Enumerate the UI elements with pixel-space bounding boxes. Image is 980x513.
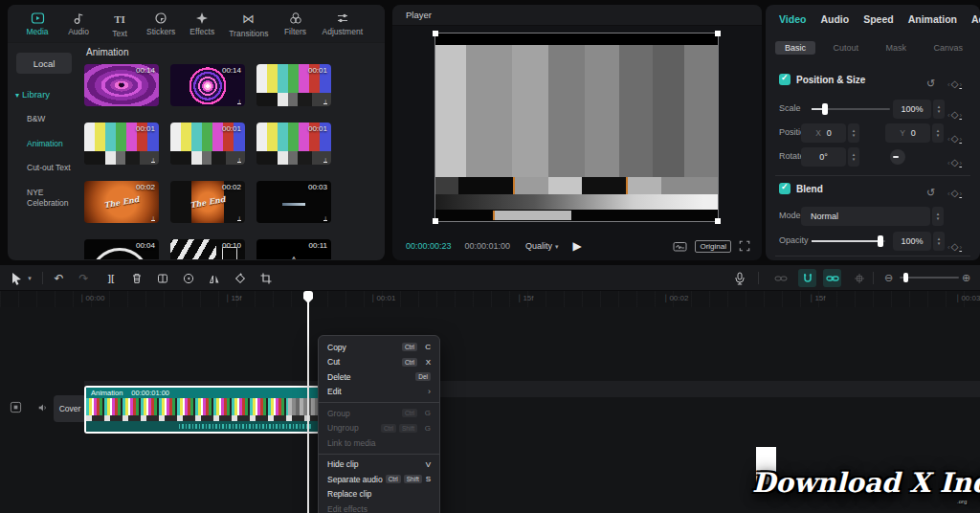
sidebar-local-button[interactable]: Local <box>16 53 72 74</box>
quality-dropdown[interactable]: Quality <box>525 241 559 251</box>
media-thumbnail[interactable]: 00:01 <box>84 123 159 165</box>
menu-item-link-to-media[interactable]: Link to media <box>319 435 439 451</box>
magnet-snap-icon[interactable] <box>798 269 816 287</box>
selection-handle[interactable] <box>433 218 438 224</box>
keyframe-diamond-icon[interactable] <box>947 104 962 122</box>
sidebar-item-animation[interactable]: Animation <box>27 139 75 149</box>
tab-adjustment[interactable]: Adjustment <box>323 11 364 36</box>
menu-item-replace-clip[interactable]: Replace clip <box>319 487 439 502</box>
menu-item-delete[interactable]: Delete Del <box>319 369 439 385</box>
media-thumbnail[interactable]: 00:04 <box>84 239 159 259</box>
download-icon[interactable] <box>237 96 241 104</box>
opacity-stepper[interactable] <box>933 232 945 251</box>
split-icon[interactable] <box>101 269 120 287</box>
menu-item-edit-effects[interactable]: Edit effects <box>319 502 439 513</box>
tab-media[interactable]: Media <box>23 11 52 36</box>
chevron-down-icon[interactable] <box>25 269 34 287</box>
scale-stepper[interactable] <box>933 100 945 119</box>
media-thumbnail[interactable]: 00:01 <box>256 64 331 106</box>
track-display-toggle-icon[interactable] <box>10 401 22 413</box>
keyframe-diamond-icon[interactable] <box>947 74 962 91</box>
tab-text[interactable]: Text <box>105 10 134 38</box>
mirror-icon[interactable] <box>205 269 223 287</box>
position-x-stepper[interactable] <box>848 123 859 143</box>
tab-audio-props[interactable]: Audio <box>820 13 849 25</box>
select-cursor-icon[interactable] <box>8 269 26 287</box>
rotate-icon[interactable] <box>231 269 249 287</box>
position-size-checkbox[interactable] <box>779 74 791 85</box>
fullscreen-icon[interactable] <box>739 240 750 252</box>
cover-button[interactable]: Cover <box>54 395 86 422</box>
tab-effects[interactable]: Effects <box>188 11 216 36</box>
selection-handle[interactable] <box>715 31 721 36</box>
download-icon[interactable] <box>323 212 327 221</box>
keyframe-diamond-icon[interactable] <box>947 152 962 169</box>
position-y-field[interactable]: Y 0 <box>885 123 930 143</box>
position-y-stepper[interactable] <box>932 123 944 143</box>
tab-animation-props[interactable]: Animation <box>908 13 957 25</box>
video-preview[interactable] <box>435 33 718 221</box>
scale-slider[interactable] <box>812 108 890 110</box>
original-resolution-toggle[interactable]: Original <box>695 240 731 253</box>
menu-item-copy[interactable]: Copy Ctrl C <box>319 340 439 355</box>
keyframe-diamond-icon[interactable] <box>947 128 962 145</box>
zoom-out-icon[interactable] <box>880 269 898 287</box>
subtab-basic[interactable]: Basic <box>775 41 815 55</box>
media-thumbnail[interactable]: 00:10 <box>170 239 245 259</box>
rotate-stepper[interactable] <box>848 147 859 167</box>
keyframe-diamond-icon[interactable] <box>947 183 962 200</box>
mute-track-icon[interactable] <box>37 402 49 413</box>
tab-speed[interactable]: Speed <box>863 13 894 25</box>
zoom-in-icon[interactable] <box>957 269 975 287</box>
blend-mode-dropdown[interactable]: Normal <box>801 207 930 226</box>
tab-filters[interactable]: Filters <box>281 11 310 36</box>
freeze-frame-icon[interactable] <box>153 269 171 287</box>
timeline-clip[interactable]: Animation 00:00:01:00 <box>84 386 320 434</box>
media-thumbnail[interactable]: 00:02 The End <box>170 181 245 223</box>
reset-icon[interactable] <box>926 183 935 200</box>
tab-adjustment-props[interactable]: Adjustment <box>971 13 980 25</box>
subtab-cutout[interactable]: Cutout <box>823 41 868 55</box>
timeline-zoom-slider[interactable] <box>900 277 959 279</box>
scale-slider-thumb[interactable] <box>822 103 828 115</box>
menu-item-ungroup[interactable]: Ungroup Ctrl Shift G <box>319 421 439 436</box>
media-thumbnail[interactable]: 00:02 The End <box>84 181 159 223</box>
download-icon[interactable] <box>151 154 155 163</box>
media-thumbnail[interactable]: 00:01 <box>256 123 331 165</box>
voiceover-mic-icon[interactable] <box>730 269 748 287</box>
link-clips-icon[interactable] <box>771 269 790 287</box>
blend-mode-stepper[interactable] <box>932 207 944 226</box>
sidebar-item-cutout-text[interactable]: Cut-out Text <box>27 163 75 173</box>
blend-checkbox[interactable] <box>779 183 791 194</box>
zoom-slider-thumb[interactable] <box>903 273 908 282</box>
keyframe-diamond-icon[interactable] <box>947 236 962 254</box>
download-icon[interactable] <box>237 154 241 163</box>
media-thumbnail[interactable]: 00:01 <box>170 123 245 165</box>
sidebar-library[interactable]: Library <box>15 89 78 100</box>
delete-icon[interactable] <box>127 269 145 287</box>
menu-item-edit[interactable]: Edit › <box>319 385 439 400</box>
menu-item-cut[interactable]: Cut Ctrl X <box>319 355 439 370</box>
undo-icon[interactable] <box>50 269 68 287</box>
opacity-slider-thumb[interactable] <box>878 235 883 247</box>
selection-handle[interactable] <box>433 31 438 36</box>
opacity-value-field[interactable]: 100% <box>893 232 931 251</box>
timeline-ruler[interactable]: 00:00 15f 00:01 15f 00:02 15f 00:03 <box>0 291 980 307</box>
download-icon[interactable] <box>151 212 155 221</box>
position-x-field[interactable]: X 0 <box>801 123 846 143</box>
sidebar-item-bw[interactable]: B&W <box>27 114 75 124</box>
play-button[interactable] <box>572 239 581 253</box>
reverse-icon[interactable] <box>179 269 197 287</box>
sidebar-item-nye-celebration[interactable]: NYE Celebration <box>27 188 75 208</box>
redo-icon[interactable] <box>75 269 93 287</box>
menu-item-group[interactable]: Group Ctrl G <box>319 406 439 421</box>
reset-icon[interactable] <box>926 74 935 91</box>
download-icon[interactable] <box>323 154 327 163</box>
scale-value-field[interactable]: 100% <box>893 100 931 119</box>
subtab-canvas[interactable]: Canvas <box>924 41 972 55</box>
media-thumbnail[interactable]: 00:03 <box>256 181 331 223</box>
subtab-mask[interactable]: Mask <box>876 41 916 55</box>
preview-axis-icon[interactable] <box>850 269 868 287</box>
tab-video[interactable]: Video <box>779 13 806 25</box>
menu-item-separate-audio[interactable]: Separate audio Ctrl Shift S <box>319 472 439 487</box>
